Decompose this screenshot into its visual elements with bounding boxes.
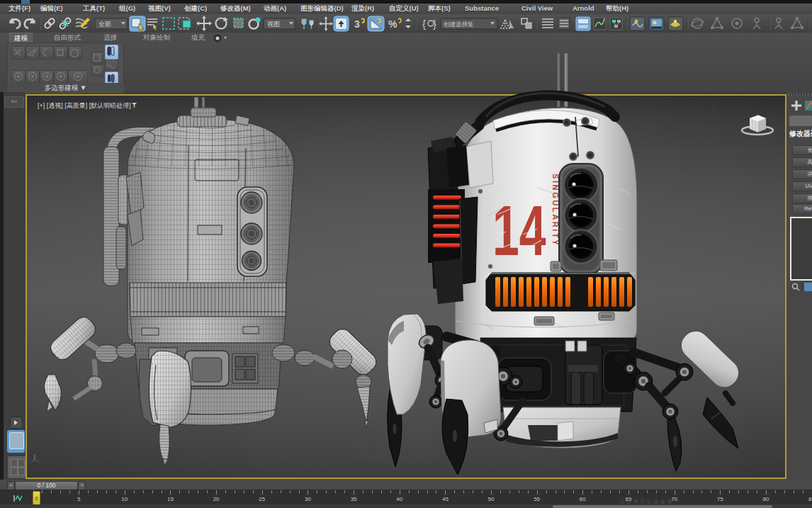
svg-text:[+] [透视] [高质量] [默认明暗处理]: [+] [透视] [高质量] [默认明暗处理] bbox=[38, 102, 131, 109]
svg-text:{: { bbox=[422, 18, 426, 30]
svg-text:3: 3 bbox=[354, 18, 360, 30]
svg-text:}: } bbox=[433, 18, 436, 30]
svg-text:%: % bbox=[388, 18, 397, 30]
svg-text:创建选择集: 创建选择集 bbox=[443, 21, 474, 28]
svg-text:视图: 视图 bbox=[267, 21, 280, 28]
svg-text:14: 14 bbox=[492, 191, 546, 270]
svg-text:全部: 全部 bbox=[98, 21, 111, 28]
